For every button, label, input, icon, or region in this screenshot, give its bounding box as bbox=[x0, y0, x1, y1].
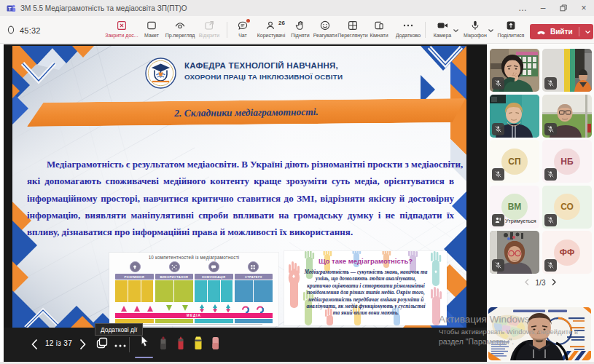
pen-tool-button[interactable] bbox=[176, 336, 186, 355]
window-minimize-button[interactable]: – bbox=[533, 0, 553, 16]
slide-grid-button[interactable] bbox=[95, 336, 109, 352]
window-restore-button[interactable] bbox=[553, 0, 574, 16]
window-titlebar: ЗМ 5.5 Медіаграмотність та медіаосвіта З… bbox=[0, 0, 594, 16]
competence-cell bbox=[174, 280, 193, 302]
participant-avatar-tile[interactable]: ВМ Утримується bbox=[490, 186, 539, 229]
slide-header: КАФЕДРА ТЕХНОЛОГІЙ НАВЧАННЯ, ОХОРОНИ ПРА… bbox=[184, 61, 343, 81]
department-emblem bbox=[145, 58, 176, 92]
participant-avatar-tile[interactable]: ФФ bbox=[542, 231, 592, 274]
competences-infographic: 10 компетентностей із медіаграмотності Р… bbox=[109, 253, 278, 326]
avatar: СП bbox=[501, 149, 528, 175]
avatar: ВМ bbox=[501, 194, 528, 220]
competence-icon-slot bbox=[155, 261, 194, 272]
speech-icon bbox=[208, 261, 219, 272]
column-header: КОМУНІКАЦІЯ bbox=[195, 274, 233, 280]
mic-muted-icon bbox=[544, 77, 557, 90]
participant-video-tile[interactable] bbox=[490, 49, 539, 92]
participant-video-tile[interactable] bbox=[490, 231, 539, 274]
body-line: Медіаграмотність є результатом медіаосві… bbox=[27, 156, 454, 173]
body-line: впливу, дізнаватися про інформаційні пра… bbox=[27, 223, 454, 240]
competence-cell bbox=[115, 280, 128, 302]
legend-bar bbox=[195, 319, 233, 323]
competence-column bbox=[235, 280, 273, 302]
share-button[interactable]: Поділитися bbox=[488, 19, 534, 42]
highlighter-tool-button[interactable] bbox=[192, 336, 204, 355]
strategy-icon bbox=[248, 261, 259, 272]
window-controls: … – × bbox=[512, 0, 594, 16]
slide: КАФЕДРА ТЕХНОЛОГІЙ НАВЧАННЯ, ОХОРОНИ ПРА… bbox=[12, 46, 466, 328]
previous-slide-button[interactable] bbox=[31, 338, 39, 354]
leave-divider bbox=[579, 27, 579, 36]
pagination-next-icon[interactable] bbox=[551, 276, 557, 289]
cursor-tool-button[interactable] bbox=[138, 335, 150, 352]
competence-icon-slot bbox=[233, 261, 273, 272]
speaker-video-tile[interactable] bbox=[488, 307, 591, 360]
legend-bar bbox=[155, 319, 194, 323]
org-name-line2: ОХОРОНИ ПРАЦІ ТА ІНКЛЮЗИВНОЇ ОСВІТИ bbox=[184, 73, 343, 81]
share-icon bbox=[488, 19, 534, 31]
network-icon bbox=[169, 261, 180, 272]
org-name-line1: КАФЕДРА ТЕХНОЛОГІЙ НАВЧАННЯ, bbox=[184, 61, 343, 70]
next-slide-button[interactable] bbox=[79, 338, 87, 354]
hangup-icon bbox=[536, 26, 547, 37]
mic-muted-icon bbox=[544, 259, 557, 272]
presenter-bar: 12 із 37 bbox=[4, 328, 487, 362]
pagination-prev-icon[interactable] bbox=[524, 276, 530, 289]
participant-avatar-tile[interactable]: СП bbox=[490, 140, 539, 183]
participant-video-tile[interactable] bbox=[542, 49, 592, 92]
presentation-stage: КАФЕДРА ТЕХНОЛОГІЙ НАВЧАННЯ, ОХОРОНИ ПРА… bbox=[4, 44, 487, 362]
teams-logo-icon bbox=[7, 4, 16, 13]
slide-title-ribbon: 2. Складники медіаграмотності. bbox=[27, 98, 466, 127]
participant-avatar-tile[interactable]: НБ bbox=[542, 140, 592, 183]
competence-column bbox=[155, 280, 194, 302]
definition-body: Медіаграмотність — сукупність знань, нав… bbox=[303, 269, 429, 317]
bulb-icon bbox=[130, 261, 141, 272]
competences-arrows bbox=[115, 304, 273, 313]
presenter-more-button[interactable] bbox=[113, 339, 128, 352]
column-header: ВИКОРИСТАННЯ bbox=[155, 274, 194, 280]
window-close-button[interactable]: × bbox=[574, 0, 594, 16]
slide-body-text: Медіаграмотність є результатом медіаосві… bbox=[27, 156, 454, 240]
competence-cell bbox=[195, 280, 207, 302]
mic-muted-icon bbox=[492, 77, 504, 90]
more-actions-tooltip: Додаткові дії bbox=[95, 323, 143, 336]
toolbar-button-label: Поділитися bbox=[488, 33, 534, 38]
presenter-bar-divider bbox=[129, 337, 130, 352]
slide-counter: 12 із 37 bbox=[45, 339, 72, 347]
media-banner: МЕДІА bbox=[115, 313, 273, 318]
participants-sidebar: СП НБ ВМ bbox=[487, 44, 594, 362]
competence-column bbox=[195, 280, 233, 302]
competence-icon-slot bbox=[194, 261, 233, 272]
window-title: ЗМ 5.5 Медіаграмотність та медіаосвіта З… bbox=[20, 4, 187, 12]
legend-bar bbox=[235, 319, 273, 323]
eraser-tool-button[interactable] bbox=[210, 336, 221, 355]
mic-muted-icon bbox=[544, 168, 557, 181]
participant-avatar-tile[interactable]: СО bbox=[542, 186, 592, 229]
leave-button[interactable]: Вийти bbox=[530, 24, 593, 39]
mic-muted-icon bbox=[544, 214, 557, 226]
participant-video-tile[interactable] bbox=[542, 95, 592, 138]
competences-title: 10 компетентностей із медіаграмотності bbox=[109, 253, 278, 260]
slide-title: 2. Складники медіаграмотності. bbox=[174, 106, 319, 119]
competence-cell bbox=[235, 280, 254, 302]
on-hold-icon bbox=[492, 214, 504, 226]
laser-tool-button[interactable] bbox=[158, 336, 168, 355]
competence-cell bbox=[128, 280, 141, 302]
competence-cell bbox=[208, 280, 220, 302]
participant-video-tile[interactable] bbox=[490, 95, 539, 138]
competences-icons bbox=[115, 261, 273, 272]
pagination-label: 1/3 bbox=[536, 279, 546, 287]
mic-muted-icon bbox=[492, 259, 504, 272]
competence-cell bbox=[254, 280, 273, 302]
window-more-button[interactable]: … bbox=[512, 0, 533, 16]
competences-caption bbox=[124, 324, 262, 325]
body-line: інформаційному просторі, навчитися крити… bbox=[27, 190, 454, 207]
mic-muted-icon bbox=[544, 123, 557, 135]
column-header: СТРАТЕГІЇ bbox=[235, 274, 273, 280]
selected-tool-underline bbox=[135, 357, 153, 358]
on-hold-label: Утримується bbox=[505, 218, 536, 224]
leave-chevron-icon[interactable] bbox=[585, 29, 591, 35]
avatar: НБ bbox=[554, 149, 580, 175]
meeting-content: КАФЕДРА ТЕХНОЛОГІЙ НАВЧАННЯ, ОХОРОНИ ПРА… bbox=[0, 44, 594, 362]
avatar: СО bbox=[554, 194, 580, 220]
